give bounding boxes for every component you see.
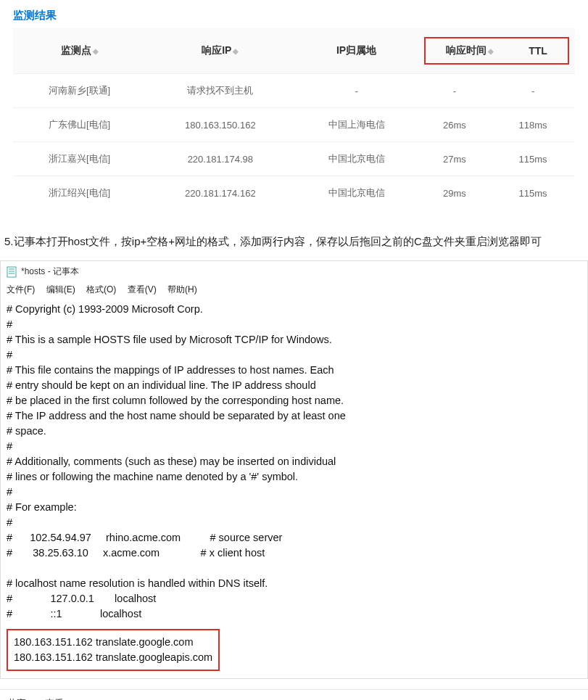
th-time[interactable]: 响应时间◆ — [446, 44, 494, 57]
cell-node: 浙江嘉兴[电信] — [13, 142, 146, 176]
section-title: 监测结果 — [13, 0, 575, 28]
cell-time: - — [418, 74, 492, 108]
menu-view[interactable]: 查看(V) — [128, 284, 157, 295]
cell-time: 27ms — [418, 142, 492, 176]
th-ip[interactable]: 响应IP◆ — [146, 28, 294, 74]
menu-file[interactable]: 文件(F) — [7, 284, 35, 295]
th-node[interactable]: 监测点◆ — [13, 28, 146, 74]
cell-ip[interactable]: 180.163.150.162 — [146, 108, 294, 142]
sort-icon: ◆ — [488, 47, 494, 55]
cell-node: 广东佛山[电信] — [13, 108, 146, 142]
monitor-table: 监测点◆ 响应IP◆ IP归属地 响应时间◆ TTL 河南新乡[联通]请求找不到… — [13, 28, 575, 210]
notepad-body[interactable]: # Copyright (c) 1993-2009 Microsoft Corp… — [1, 299, 587, 678]
menu-edit[interactable]: 编辑(E) — [46, 284, 75, 295]
step-5-text: 5.记事本打开host文件，按ip+空格+网址的格式，添加两行内容，保存以后拖回… — [0, 223, 588, 260]
hosts-added-lines: 180.163.151.162 translate.google.com 180… — [7, 629, 220, 671]
cell-ip[interactable]: 220.181.174.98 — [146, 142, 294, 176]
notepad-icon — [7, 266, 17, 278]
cell-ttl: 115ms — [491, 142, 575, 176]
menu-format[interactable]: 格式(O) — [86, 284, 116, 295]
cell-time: 26ms — [418, 108, 492, 142]
table-row: 河南新乡[联通]请求找不到主机--- — [13, 74, 575, 108]
svg-rect-0 — [7, 267, 16, 277]
cell-ttl: 118ms — [491, 108, 575, 142]
cell-location: 中国北京电信 — [295, 142, 418, 176]
cell-ttl: 115ms — [491, 176, 575, 210]
notepad-titlebar: *hosts - 记事本 — [1, 261, 587, 282]
cell-location: 中国北京电信 — [295, 176, 418, 210]
cell-location: - — [295, 74, 418, 108]
cell-node: 浙江绍兴[电信] — [13, 176, 146, 210]
cell-location: 中国上海电信 — [295, 108, 418, 142]
explorer-window: 共享 查看 › 此电脑›Windows (C:)›Windows›System3… — [0, 689, 588, 700]
sort-icon: ◆ — [233, 47, 239, 55]
notepad-menu: 文件(F) 编辑(E) 格式(O) 查看(V) 帮助(H) — [1, 282, 587, 299]
th-ttl: TTL — [529, 45, 547, 57]
cell-node: 河南新乡[联通] — [13, 74, 146, 108]
table-row: 浙江绍兴[电信]220.181.174.162中国北京电信29ms115ms — [13, 176, 575, 210]
notepad-window: *hosts - 记事本 文件(F) 编辑(E) 格式(O) 查看(V) 帮助(… — [0, 260, 588, 679]
notepad-title-text: *hosts - 记事本 — [21, 265, 79, 278]
sort-icon: ◆ — [93, 47, 99, 55]
table-row: 广东佛山[电信]180.163.150.162中国上海电信26ms118ms — [13, 108, 575, 142]
cell-ip[interactable]: 220.181.174.162 — [146, 176, 294, 210]
menu-help[interactable]: 帮助(H) — [167, 284, 197, 295]
explorer-toolbar: 共享 查看 — [0, 694, 588, 700]
cell-ttl: - — [491, 74, 575, 108]
th-location: IP归属地 — [295, 28, 418, 74]
table-row: 浙江嘉兴[电信]220.181.174.98中国北京电信27ms115ms — [13, 142, 575, 176]
cell-time: 29ms — [418, 176, 492, 210]
th-time-ttl-group: 响应时间◆ TTL — [418, 28, 575, 74]
cell-ip: 请求找不到主机 — [146, 74, 294, 108]
